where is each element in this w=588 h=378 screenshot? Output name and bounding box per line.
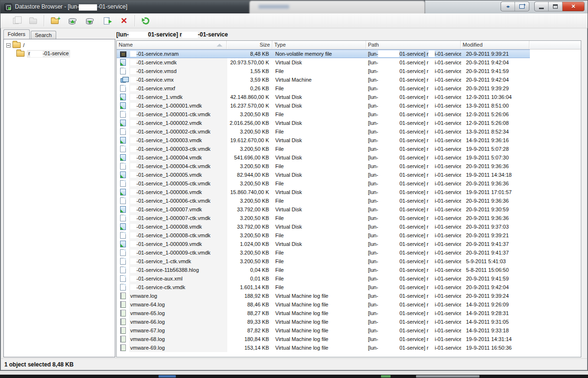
collapse-icon[interactable] [6, 43, 11, 48]
file-row[interactable]: -01-service.nvram8,48 KBNon-volatile mem… [117, 49, 581, 58]
file-row[interactable]: -01-service-ctk.vmdk1.601,14 KBFile[lun-… [117, 283, 581, 292]
path-text: 01-service] r [399, 198, 429, 204]
file-row[interactable]: vmware-64.log88,46 KBVirtual Machine log… [117, 300, 581, 309]
file-name: -01-service-ctk.vmdk [136, 284, 185, 290]
redaction-box [429, 111, 435, 118]
upload-to-datastore-button[interactable] [66, 15, 78, 26]
path-text: [lun- [368, 68, 378, 74]
file-row[interactable]: -01-service.vmx3,59 KBVirtual Machine[lu… [117, 75, 581, 84]
file-row[interactable]: -01-service-11b56388.hlog0,04 KBFile[lun… [117, 266, 581, 274]
refresh-button[interactable] [140, 15, 151, 26]
column-header-size[interactable]: Size [227, 41, 272, 49]
file-row[interactable]: -01-service_1-000006.vmdk15.860.740,00 K… [117, 188, 581, 196]
taskbar-item[interactable] [159, 375, 176, 378]
file-row[interactable]: -01-service_1-000004.vmdk541.696,00 KBVi… [117, 153, 581, 162]
file-icon-cell [117, 119, 129, 127]
file-name: -01-service_1-000003-ctk.vmdk [136, 146, 210, 152]
desktop: Datastore Browser - [lun--01-service] ◂▸… [0, 0, 588, 378]
file-row[interactable]: -01-service.vmsd1,55 KBFile[lun-01-servi… [117, 67, 581, 75]
file-name-cell: -01-service-aux.xml [129, 274, 227, 283]
file-name: -01-service_1-000004-ctk.vmdk [136, 163, 210, 169]
column-header-modified[interactable]: Modified [461, 41, 529, 49]
file-path-cell: [lun-01-service] ri-01-service [367, 171, 461, 179]
column-header-type[interactable]: Type [272, 41, 366, 49]
breadcrumb: [lun-01-service] r-01-service [116, 29, 586, 40]
detach-button[interactable]: ◂▸ [501, 2, 515, 11]
column-header-name[interactable]: Name [117, 41, 227, 49]
path-text: [lun- [368, 172, 378, 178]
file-path-cell: [lun-01-service] ri-01-service [367, 67, 461, 75]
path-text: i-01-service [435, 129, 461, 134]
maximize-button[interactable] [549, 2, 563, 11]
column-header-blank[interactable] [529, 41, 581, 49]
path-text: i-01-service [435, 207, 461, 212]
redaction-box [130, 77, 136, 83]
file-row-band: vmware-66.log89,33 KBVirtual Machine log… [117, 317, 530, 326]
file-icon-cell [117, 153, 129, 162]
file-row[interactable]: -01-service_1-000003-ctk.vmdk3.200,50 KB… [117, 145, 581, 153]
file-size-cell: 88,46 KB [227, 300, 273, 309]
file-row[interactable]: -01-service_1-000002.vmdk2.016.256,00 KB… [117, 119, 581, 127]
file-row[interactable]: -01-service_1-000008-ctk.vmdk3.200,50 KB… [117, 231, 581, 240]
file-name: -01-service-aux.xml [136, 276, 183, 281]
file-row[interactable]: -01-service_1-000007-ctk.vmdk3.200,50 KB… [117, 214, 581, 222]
redaction-box [429, 68, 435, 74]
file-size-cell: 541.696,00 KB [227, 153, 273, 162]
file-row[interactable]: -01-service.vmxf0,26 KBFile[lun-01-servi… [117, 84, 581, 93]
file-row[interactable]: -01-service_1-000002-ctk.vmdk3.200,50 KB… [117, 127, 581, 136]
file-row[interactable]: -01-service_1-000008.vmdk33.792,00 KBVir… [117, 222, 581, 231]
file-row[interactable]: vmware-69.log153,14 KBVirtual Machine lo… [117, 343, 581, 352]
path-text: i-01-service [435, 163, 461, 169]
redaction-box [429, 197, 435, 204]
download-from-datastore-button[interactable] [84, 15, 95, 26]
file-row[interactable]: vmware-67.log87,82 KBVirtual Machine log… [117, 326, 581, 335]
file-name: -01-service_1-000008.vmdk [136, 224, 202, 230]
file-row[interactable]: -01-service_1-ctk.vmdk3.200,50 KBFile[lu… [117, 257, 581, 266]
file-path-cell: [lun-01-service] ri-01-service [367, 343, 461, 352]
file-row[interactable]: -01-service_1-000009.vmdk1.024,00 KBVirt… [117, 240, 581, 248]
file-path-cell: [lun-01-service] ri-01-service [367, 231, 461, 240]
file-row[interactable]: -01-service_1-000003.vmdk19.612.670,00 K… [117, 136, 581, 145]
tree-item-root[interactable]: / [5, 41, 114, 49]
file-row[interactable]: vmware-65.log88,27 KBVirtual Machine log… [117, 309, 581, 317]
taskbar-item[interactable] [381, 375, 391, 378]
toolbar-group: +✕ [44, 15, 135, 26]
new-folder-button[interactable]: + [49, 15, 61, 26]
file-row[interactable]: -01-service_1-000009-ctk.vmdk3.200,50 KB… [117, 248, 581, 257]
path-text: [lun- [368, 241, 378, 247]
file-path-cell: [lun-01-service] ri-01-service [367, 75, 461, 84]
file-icon-cell [117, 67, 129, 75]
file-row[interactable]: vmware-68.log180,84 KBVirtual Machine lo… [117, 335, 581, 343]
file-row[interactable]: -01-service_1-000005.vmdk82.944,00 KBVir… [117, 171, 581, 179]
taskbar-item[interactable] [416, 375, 479, 378]
file-row[interactable]: -01-service_1-000005-ctk.vmdk3.200,50 KB… [117, 179, 581, 188]
file-type-cell: Virtual Disk [273, 205, 367, 214]
file-row[interactable]: -01-service_1.vmdk42.148.860,00 KVirtual… [117, 93, 581, 101]
file-row[interactable]: -01-service.vmdk20.973.570,00 KVirtual D… [117, 58, 581, 67]
column-header-path[interactable]: Path [366, 41, 461, 49]
file-name-cell: -01-service_1-000004.vmdk [129, 153, 227, 162]
path-text: 01-service] r [399, 284, 429, 290]
minimize-button[interactable] [535, 2, 549, 11]
file-modified-cell: 20-9-2011 9:42:04 [461, 75, 530, 84]
tab-search[interactable]: Search [31, 31, 56, 39]
redaction-box [130, 224, 136, 230]
move-file-button[interactable] [101, 15, 112, 26]
file-row[interactable]: -01-service_1-000004-ctk.vmdk3.200,50 KB… [117, 162, 581, 171]
file-icon-cell [117, 127, 129, 136]
file-row[interactable]: vmware.log188,92 KBVirtual Machine log f… [117, 292, 581, 300]
file-row[interactable]: -01-service_1-000001-ctk.vmdk3.200,50 KB… [117, 110, 581, 119]
tree-item-service-folder[interactable]: r-01-service [5, 49, 114, 58]
file-row[interactable]: -01-service-aux.xml0,01 KBFile[lun-01-se… [117, 274, 581, 283]
close-button[interactable]: ✕ [563, 2, 584, 11]
popout-button[interactable] [515, 2, 529, 11]
tab-folders[interactable]: Folders [3, 29, 30, 39]
delete-button[interactable]: ✕ [118, 15, 130, 26]
file-row[interactable]: -01-service_1-000001.vmdk16.237.570,00 K… [117, 101, 581, 110]
taskbar[interactable] [0, 375, 588, 378]
file-name-cell: -01-service_1-000008.vmdk [129, 222, 227, 231]
file-row[interactable]: -01-service_1-000006-ctk.vmdk3.200,50 KB… [117, 196, 581, 205]
log-file-icon [120, 293, 126, 299]
file-row[interactable]: vmware-66.log89,33 KBVirtual Machine log… [117, 317, 581, 326]
file-row[interactable]: -01-service_1-000007.vmdk33.792,00 KBVir… [117, 205, 581, 214]
